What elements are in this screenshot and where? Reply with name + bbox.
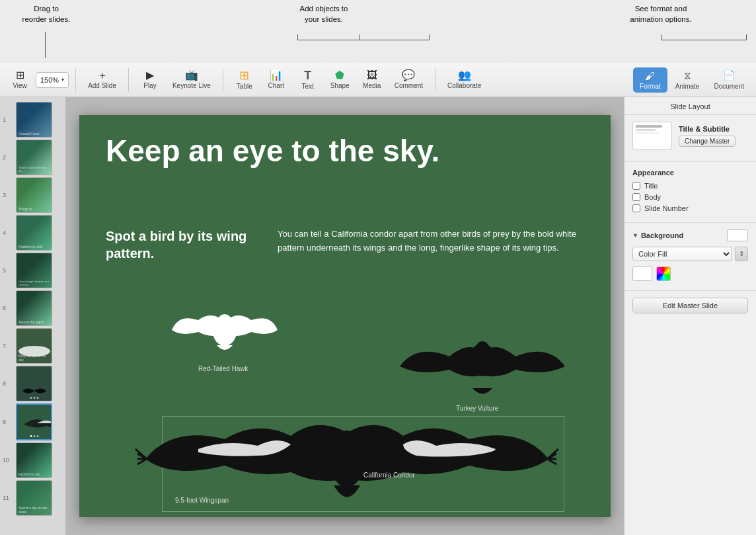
toolbar: ⊞ View 150% ▾ ＋ Add Slide ▶ Play 📺 Keyno…	[0, 63, 756, 97]
wingspan-label: 9.5-foot Wingspan	[175, 497, 229, 504]
format-vline-right	[746, 34, 747, 40]
slide-thumb-7[interactable]: Keep an eye to the sky.	[16, 328, 52, 364]
list-item[interactable]: 7 Keep an eye to the sky.	[12, 328, 56, 364]
right-panel: Slide Layout Title & Subtitle Change Mas…	[624, 97, 756, 535]
list-item[interactable]: 6 Take in the sights	[12, 290, 56, 326]
slide-body-text: You can tell a California condor apart f…	[278, 227, 584, 255]
slide-layout-section: Title & Subtitle Change Master	[624, 115, 756, 162]
title-checkbox[interactable]	[632, 182, 640, 190]
format-icon: 🖌	[645, 70, 655, 81]
turkey-vulture-image[interactable]	[397, 323, 562, 403]
background-swatch[interactable]	[727, 229, 748, 241]
add-objects-vline-left	[297, 34, 298, 40]
slide-thumb-11[interactable]: Spend a day on the water.	[16, 480, 52, 516]
edit-master-slide-button[interactable]: Edit Master Slide	[632, 298, 748, 313]
slide-thumb-10[interactable]: Explore by sea	[16, 442, 52, 478]
list-item[interactable]: 2 There's much more and the...	[12, 140, 56, 175]
slide-thumb-8[interactable]	[16, 366, 52, 401]
title-checkbox-row: Title	[632, 182, 748, 190]
layout-thumb-line2	[636, 129, 656, 131]
red-tailed-hawk-image[interactable]	[165, 300, 284, 360]
color-fill-stepper[interactable]: ⇕	[735, 247, 748, 261]
chart-button[interactable]: 📊 Chart	[262, 67, 291, 92]
list-item[interactable]: 11 Spend a day on the water.	[12, 480, 56, 516]
slide-canvas[interactable]: Keep an eye to the sky. Spot a bird by i…	[79, 115, 611, 517]
animate-button[interactable]: ⧖ Animate	[669, 67, 706, 93]
list-item[interactable]: 4 Feathers by skill	[12, 215, 56, 251]
thumb-dot-active	[30, 435, 32, 437]
layout-preview: Title & Subtitle Change Master	[632, 122, 748, 149]
format-hline	[661, 40, 747, 40]
chart-icon: 📊	[270, 70, 283, 81]
format-vline-left	[661, 34, 662, 40]
sep2	[128, 68, 129, 92]
color-picker-row	[632, 267, 748, 281]
color-swatch-white[interactable]	[632, 267, 652, 281]
format-button[interactable]: 🖌 Format	[633, 67, 667, 93]
list-item[interactable]: 9	[12, 403, 56, 440]
slide-thumb-4[interactable]: Feathers by skill	[16, 215, 52, 251]
thumb-dot	[36, 397, 38, 399]
play-button[interactable]: ▶ Play	[135, 67, 165, 92]
format-callout: See format and animation options.	[601, 3, 720, 24]
body-checkbox-label: Body	[644, 193, 661, 201]
sep3	[223, 68, 223, 92]
toolbar-right: 🖌 Format ⧖ Animate 📄 Document	[633, 67, 751, 93]
view-button[interactable]: ⊞ View	[5, 67, 34, 92]
play-icon: ▶	[146, 70, 154, 81]
appearance-label: Appearance	[632, 169, 748, 177]
collaborate-button[interactable]: 👥 Collaborate	[442, 67, 486, 92]
media-button[interactable]: 🖼 Media	[358, 67, 387, 92]
list-item[interactable]: 3 Things to...	[12, 177, 56, 213]
slide-panel[interactable]: 1 Coastal Coast 2 There's much more and …	[0, 97, 66, 535]
add-objects-hline	[297, 40, 430, 40]
slide-thumb-2[interactable]: There's much more and the...	[16, 140, 52, 175]
animate-icon: ⧖	[684, 69, 691, 81]
thumb-dot	[33, 397, 35, 399]
layout-name: Title & Subtitle	[679, 125, 748, 133]
slide-title: Keep an eye to the sky.	[106, 134, 584, 169]
list-item[interactable]: 8	[12, 366, 56, 401]
change-master-button[interactable]: Change Master	[679, 136, 736, 147]
color-fill-select[interactable]: Color Fill	[632, 247, 732, 261]
document-button[interactable]: 📄 Document	[707, 67, 751, 93]
drag-callout-line	[45, 32, 46, 58]
shape-button[interactable]: ⬟ Shape	[325, 67, 355, 92]
list-item[interactable]: 5 How strange! Insects on a Chinese...	[12, 253, 56, 288]
thumb-dot	[33, 435, 35, 437]
background-triangle-icon[interactable]: ▼	[632, 232, 638, 239]
background-header: ▼ Background	[632, 229, 748, 241]
slide-thumb-5[interactable]: How strange! Insects on a Chinese...	[16, 253, 52, 288]
svg-point-2	[218, 314, 231, 326]
slide-thumb-1[interactable]: Coastal Coast	[16, 102, 52, 138]
slide-number-checkbox-label: Slide Number	[644, 204, 689, 212]
comment-button[interactable]: 💬 Comment	[389, 67, 428, 92]
layout-info: Title & Subtitle Change Master	[679, 125, 748, 147]
comment-icon: 💬	[402, 70, 415, 81]
list-item[interactable]: 10 Explore by sea	[12, 442, 56, 478]
slide-thumb-3[interactable]: Things to...	[16, 177, 52, 213]
slide-number-checkbox[interactable]	[632, 204, 640, 212]
svg-point-4	[476, 341, 488, 352]
callout-area: Drag to reorder slides. Add objects to y…	[0, 0, 756, 63]
sep1	[75, 68, 76, 92]
thumb-dot	[36, 435, 38, 437]
body-checkbox-row: Body	[632, 193, 748, 201]
layout-thumbnail	[632, 122, 672, 149]
slide-thumb-9[interactable]	[16, 403, 52, 440]
zoom-control[interactable]: 150% ▾	[36, 72, 69, 88]
body-checkbox[interactable]	[632, 193, 640, 201]
color-wheel-icon[interactable]	[656, 267, 671, 281]
list-item[interactable]: 1 Coastal Coast	[12, 102, 56, 138]
keynote-live-button[interactable]: 📺 Keynote Live	[167, 67, 216, 92]
add-objects-callout: Add objects to your slides.	[278, 3, 370, 24]
add-slide-button[interactable]: ＋ Add Slide	[83, 67, 122, 92]
text-button[interactable]: T Text	[293, 67, 322, 93]
main-canvas[interactable]: Keep an eye to the sky. Spot a bird by i…	[66, 97, 624, 535]
add-objects-vline-mid	[359, 34, 359, 40]
slide-thumb-6[interactable]: Take in the sights	[16, 290, 52, 326]
collaborate-icon: 👥	[458, 70, 471, 81]
keynote-live-icon: 📺	[185, 70, 198, 81]
zoom-chevron-icon: ▾	[61, 77, 64, 83]
table-button[interactable]: ⊞ Table	[230, 67, 259, 93]
